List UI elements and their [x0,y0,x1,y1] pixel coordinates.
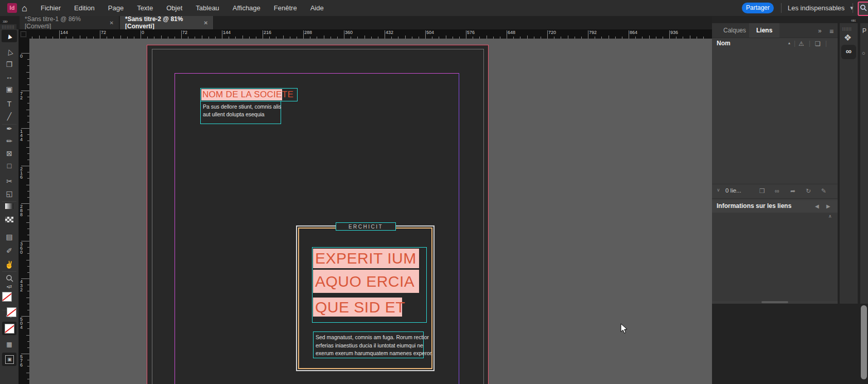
name-column-label[interactable]: Nom [717,40,731,47]
relink-icon[interactable]: ❒ [759,187,765,195]
panel-resize-grip[interactable] [761,301,788,303]
layers-panel-icon[interactable]: ❖ [844,32,852,43]
menu-tableau[interactable]: Tableau [189,0,226,16]
document-tab-1[interactable]: *Sans titre-1 @ 86% [Converti] ✕ [20,16,119,29]
hruler-label: 432 [386,30,393,35]
menu-fichier[interactable]: Fichier [34,0,67,16]
frame-tool[interactable]: ⊠ [2,147,17,160]
hruler-label: 720 [548,30,556,35]
toolbar-grip[interactable]: |||||||| [0,24,16,29]
prev-link-icon[interactable]: ◀ [815,203,819,209]
menu-aide[interactable]: Aide [304,0,331,16]
collapse-tools-icon[interactable]: »» [3,18,7,24]
collapse-panels-icon[interactable]: «« [851,17,855,23]
horizontal-ruler[interactable]: 2161447207214421628836043250457664872079… [29,29,712,39]
panel-menu-icon[interactable]: ≡ [829,27,834,36]
vertical-ruler[interactable]: 07 21 4 42 1 62 8 83 6 04 3 25 0 45 7 6 [19,39,30,384]
hruler-label: 288 [304,30,312,35]
gap-tool[interactable]: ↔ [2,71,17,83]
home-icon[interactable]: ⌂ [22,2,27,14]
indesign-app-icon[interactable]: Id [7,3,17,13]
hruler-label: 0 [142,30,144,35]
gradient-tool[interactable] [2,200,17,212]
stroke-swatch-none[interactable] [7,307,16,317]
eyedropper-tool[interactable]: ✐ [2,245,17,257]
company-name-frame[interactable]: NOM DE LA SOCIETE [200,88,298,101]
note-tool[interactable]: ▤ [2,231,17,243]
apply-color-button[interactable] [2,322,16,335]
free-transform-tool[interactable]: ◱ [2,187,17,200]
edit-original-icon[interactable]: ✎ [821,187,826,195]
hruler-label: 576 [467,30,475,35]
menu-page[interactable]: Page [101,0,130,16]
menu-fenêtre[interactable]: Fenêtre [267,0,304,16]
page-tool[interactable]: ❐ [2,58,17,71]
card-label-frame[interactable]: ERCHICIT [336,222,396,231]
ruler-origin-corner[interactable] [19,29,30,39]
links-count: 0 lie... [725,187,741,194]
mouse-cursor [620,323,628,336]
gradient-feather-tool[interactable] [2,213,17,225]
sort-icon[interactable]: ▴ [788,41,790,45]
scrollbar-thumb[interactable] [861,305,867,379]
canvas-pasteboard[interactable]: NOM DE LA SOCIETE Pa sus dellore stiunt,… [29,39,712,384]
hruler-label: 504 [426,30,434,35]
hruler-label: 864 [630,30,637,35]
warning-icon[interactable]: ⚠ [798,40,804,47]
screen-mode-icon: ▣ [5,355,14,364]
hruler-label: 648 [508,30,515,35]
vruler-label: 2 8 8 [20,204,23,217]
link-icon[interactable]: ∞ [775,187,779,195]
tab-label: *Sans titre-1 @ 86% [Converti] [25,15,105,30]
collapsed-dock-column: P ○ [860,23,868,304]
hruler-label: 936 [670,30,678,35]
dock-icon[interactable]: ○ [862,50,865,56]
headline-line: EXPERIT IUM [313,249,419,268]
body-text-frame[interactable]: Sed magnatust, comnis am fuga. Rorum rec… [313,331,424,358]
next-link-icon[interactable]: ▶ [826,203,830,209]
menu-objet[interactable]: Objet [160,0,189,16]
panel-collapse-icon[interactable]: » [818,27,822,34]
tagline-frame[interactable]: Pa sus dellore stiunt, comnis alis aut u… [200,101,281,124]
menu-edition[interactable]: Edition [67,0,101,16]
pencil-tool[interactable]: ✏ [2,135,17,147]
links-panel-icon[interactable]: ∞ [841,45,856,59]
workspace-label: Les indispensables [788,4,845,12]
chevron-down-icon: ▼ [849,5,855,11]
properties-panel-label[interactable]: P [862,27,866,34]
cell-options-icon[interactable]: ▦ [2,338,17,351]
pen-tool[interactable]: ✒ [2,123,17,135]
headline-frame[interactable]: EXPERIT IUMAQUO ERCIAQUE SID ET [312,247,427,323]
type-tool[interactable]: T [2,98,17,110]
scissors-tool[interactable]: ✂ [2,175,17,187]
close-icon[interactable]: ✕ [110,20,114,26]
menu-affichage[interactable]: Affichage [226,0,267,16]
update-link-icon[interactable]: ↻ [806,187,811,195]
content-collector-tool[interactable]: ▣ [2,83,17,95]
workspace-switcher[interactable]: Les indispensables ▼ [788,0,854,16]
fill-swatch-none[interactable] [2,292,12,302]
document-tab-2[interactable]: *Sans titre-2 @ 81% [Converti] ✕ [120,16,214,29]
close-icon[interactable]: ✕ [204,20,208,26]
links-list[interactable] [712,50,838,184]
direct-selection-tool[interactable]: △ [2,45,17,58]
share-button[interactable]: Partager [742,3,774,13]
menu-texte[interactable]: Texte [130,0,160,16]
zoom-tool[interactable] [2,272,17,284]
dock-grip[interactable]: |||||| [842,26,852,31]
screen-mode-button[interactable]: ▣ [2,353,16,366]
goto-link-icon[interactable]: ➦ [790,187,795,195]
vruler-label: 4 3 2 [20,280,23,292]
rectangle-tool[interactable]: □ [2,160,17,172]
collapse-section-icon[interactable]: ∧ [828,214,832,219]
selection-tool[interactable]: ▲ [2,30,17,42]
tab-liens[interactable]: Liens [749,23,779,38]
line-tool[interactable]: ╱ [2,110,17,123]
page-status-icon[interactable]: ❏ [815,40,821,47]
vruler-label: 5 0 4 [20,317,23,329]
link-info-header: Informations sur les liens ◀ ▶ [712,200,838,213]
tab-calques[interactable]: Calques [716,23,753,38]
hand-tool[interactable]: ✌ [2,258,17,271]
search-box[interactable] [858,2,868,16]
chevron-down-icon[interactable]: ∨ [717,187,720,193]
